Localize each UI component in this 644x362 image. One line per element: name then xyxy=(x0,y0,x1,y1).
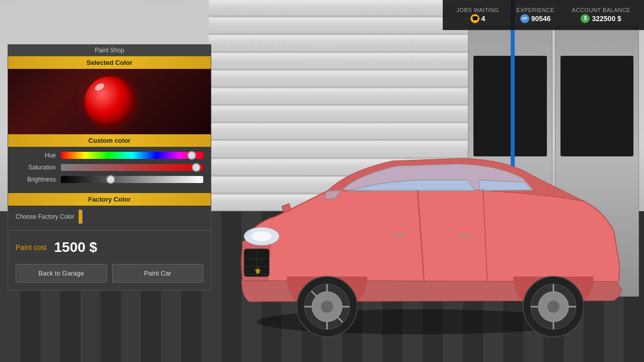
jobs-waiting-value: 4 xyxy=(481,15,486,23)
brightness-thumb[interactable] xyxy=(106,175,115,184)
color-preview-area xyxy=(8,69,211,134)
saturation-label: Saturation xyxy=(16,164,56,171)
svg-rect-29 xyxy=(458,234,470,237)
account-balance-value: 322500 $ xyxy=(592,15,621,23)
bottom-buttons: Back to Garage Paint Car xyxy=(16,264,203,283)
xp-icon: XP xyxy=(520,14,529,23)
svg-text:⚜: ⚜ xyxy=(254,267,261,276)
experience-value: 90546 xyxy=(531,15,551,23)
top-hud: Jobs waiting ☎ 4 Experience XP 90546 Acc… xyxy=(443,0,644,30)
paint-cost-label: Paint cost xyxy=(16,243,46,251)
hue-thumb[interactable] xyxy=(187,151,196,160)
hue-row: Hue xyxy=(16,152,203,159)
paint-cost-value: 1500 $ xyxy=(54,239,97,255)
hud-account-balance: Account Balance $ 322500 $ xyxy=(572,7,630,23)
panel-title: Paint Shop xyxy=(8,45,211,56)
svg-point-13 xyxy=(321,301,333,313)
custom-color-header: Custom color xyxy=(8,134,211,147)
jobs-waiting-label: Jobs waiting xyxy=(456,7,499,13)
phone-icon: ☎ xyxy=(470,14,479,23)
saturation-slider[interactable] xyxy=(61,164,203,171)
brightness-slider[interactable] xyxy=(61,176,203,183)
hue-slider[interactable] xyxy=(61,152,203,159)
hud-jobs-waiting: Jobs waiting ☎ 4 xyxy=(456,7,499,23)
choose-factory-color-label: Choose Factory Color xyxy=(16,213,74,220)
back-to-garage-button[interactable]: Back to Garage xyxy=(16,264,107,283)
account-balance-label: Account Balance xyxy=(572,7,630,13)
car-display: ⚜ xyxy=(201,101,634,342)
brightness-label: Brightness xyxy=(16,176,56,183)
brightness-row: Brightness xyxy=(16,176,203,183)
selected-color-header: Selected Color xyxy=(8,56,211,69)
factory-color-header: Factory Color xyxy=(8,193,211,206)
svg-point-9 xyxy=(252,231,272,241)
factory-color-swatch xyxy=(78,210,83,224)
paint-car-button[interactable]: Paint Car xyxy=(112,264,204,283)
custom-color-section: Hue Saturation Brightness xyxy=(8,147,211,193)
divider xyxy=(8,230,211,231)
hud-experience: Experience XP 90546 xyxy=(516,7,554,23)
choose-factory-color-row[interactable]: Choose Factory Color xyxy=(16,210,203,224)
money-icon: $ xyxy=(581,14,590,23)
factory-color-section: Choose Factory Color xyxy=(8,206,211,228)
paint-cost-section: Paint cost 1500 $ xyxy=(8,233,211,261)
paint-shop-panel: Paint Shop Selected Color Custom color H… xyxy=(8,44,211,291)
hue-label: Hue xyxy=(16,152,56,159)
experience-label: Experience xyxy=(516,7,554,13)
color-sphere xyxy=(85,76,135,127)
svg-point-23 xyxy=(547,301,559,313)
saturation-row: Saturation xyxy=(16,164,203,171)
svg-rect-28 xyxy=(392,234,405,237)
saturation-thumb[interactable] xyxy=(192,163,201,172)
